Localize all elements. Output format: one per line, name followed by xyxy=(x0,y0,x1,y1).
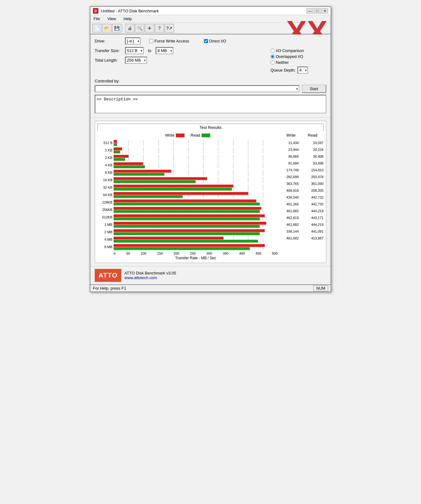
x-axis-tick: 250 xyxy=(190,252,196,255)
bar-label: 1 KB xyxy=(98,148,112,152)
bar-label: 2 KB xyxy=(98,156,112,160)
queue-depth-row: Queue Depth: 4 xyxy=(271,67,326,74)
write-value: 462,819 xyxy=(280,216,299,220)
read-bar xyxy=(114,165,145,168)
x-axis: 050100150200250300350400450500 xyxy=(98,252,278,255)
whats-this-button[interactable]: ?↗ xyxy=(165,24,174,33)
data-table-row: 461,682444,219 xyxy=(280,221,323,228)
branding-title: ATTO Disk Benchmark v3.05 xyxy=(124,271,176,275)
transfer-size-label: Transfer Size: xyxy=(95,48,123,53)
write-value: 336,144 xyxy=(280,230,299,233)
data-table-row: 23,94420,224 xyxy=(280,146,323,153)
queue-depth-label: Queue Depth: xyxy=(271,68,296,72)
write-bar xyxy=(114,229,265,232)
direct-io-label[interactable]: Direct I/O xyxy=(204,39,226,43)
data-table-row: 91,68493,499 xyxy=(280,160,323,167)
data-table-row: 282,699250,478 xyxy=(280,173,323,180)
x-axis-tick: 50 xyxy=(126,252,130,255)
transfer-from-select[interactable]: 512 B xyxy=(125,47,144,54)
bar-label: 8 KB xyxy=(98,171,112,174)
neither-radio[interactable] xyxy=(271,60,275,64)
data-table-row: 461,682444,219 xyxy=(280,208,323,214)
menu-view[interactable]: View xyxy=(106,16,117,22)
x-axis-tick: 400 xyxy=(239,252,245,255)
queue-depth-select[interactable]: 4 xyxy=(297,67,308,74)
status-bar: For Help, press F1 NUM xyxy=(90,284,331,291)
help-button[interactable]: ? xyxy=(155,24,164,33)
minimize-button[interactable]: — xyxy=(306,8,313,14)
io-comparison-label[interactable]: I/O Comparison xyxy=(271,48,326,53)
bar-row: 512 B xyxy=(98,139,278,146)
main-window: XX D Untitled - ATTO Disk Benchmark — □ … xyxy=(90,6,331,292)
force-write-checkbox[interactable] xyxy=(149,39,153,43)
controlled-by-row: Start xyxy=(95,85,326,93)
write-value: 436,540 xyxy=(280,195,299,199)
data-table-row: 436,540442,732 xyxy=(280,194,323,201)
write-value: 461,682 xyxy=(280,223,299,226)
menu-file[interactable]: File xyxy=(92,16,101,22)
bar-group xyxy=(114,237,278,243)
write-value: 23,944 xyxy=(280,148,299,151)
read-value: 443,171 xyxy=(305,216,323,220)
chart-container: Write Read 512 B1 KB2 KB4 KB8 KB16 KB32 … xyxy=(98,133,323,260)
save-button[interactable]: 💾 xyxy=(112,24,121,33)
bar-row: 1 MB xyxy=(98,221,278,228)
controlled-by-select[interactable] xyxy=(95,85,299,92)
read-value: 10,597 xyxy=(305,141,323,145)
read-bar xyxy=(114,188,232,191)
read-value: 36,408 xyxy=(305,155,323,158)
queue-depth-wrapper: 4 xyxy=(297,67,308,74)
bar-label: 128KB xyxy=(98,200,112,204)
bar-row: 8 KB xyxy=(98,169,278,176)
overlapped-io-label[interactable]: Overlapped I/O xyxy=(271,54,326,59)
neither-label[interactable]: Neither xyxy=(271,60,326,65)
branding-info: ATTO Disk Benchmark v3.05 www.attotech.c… xyxy=(124,271,176,280)
preview-button[interactable]: 🔍 xyxy=(135,24,144,33)
branding-url[interactable]: www.attotech.com xyxy=(124,275,176,280)
write-value: 451,266 xyxy=(280,202,299,206)
maximize-button[interactable]: □ xyxy=(314,8,321,14)
controlled-by-section: Controlled by: Start << Description >> xyxy=(90,77,331,118)
start-button[interactable]: Start xyxy=(302,85,326,93)
open-button[interactable]: 📂 xyxy=(102,24,111,33)
x-axis-tick: 350 xyxy=(223,252,228,255)
write-bar xyxy=(114,170,171,173)
transfer-to-select[interactable]: 8 MB xyxy=(156,47,173,54)
total-length-select[interactable]: 256 MB xyxy=(125,57,147,64)
read-bar xyxy=(114,240,258,243)
move-button[interactable]: ✛ xyxy=(145,24,154,33)
menu-bar: File View Help xyxy=(90,15,331,23)
read-legend-label: Read xyxy=(191,133,200,138)
read-bar xyxy=(114,203,260,205)
write-bar xyxy=(114,140,117,143)
drive-select[interactable]: [-d-] xyxy=(125,37,141,45)
write-bar xyxy=(114,155,128,158)
bar-row: 8 MB xyxy=(98,243,278,250)
data-table-row: 462,819443,171 xyxy=(280,214,323,221)
bar-group xyxy=(114,162,278,168)
title-controls: — □ ✕ xyxy=(306,8,328,14)
controls-area: Drive: [-d-] Force Write Access Direct I… xyxy=(90,34,331,77)
read-bar xyxy=(114,247,250,250)
menu-help[interactable]: Help xyxy=(122,16,133,22)
close-button[interactable]: ✕ xyxy=(321,8,328,14)
read-value: 250,478 xyxy=(305,175,323,179)
chart-legend: Write Read xyxy=(98,133,278,138)
read-bar xyxy=(114,217,260,220)
write-value: 174,740 xyxy=(280,168,299,172)
overlapped-io-radio[interactable] xyxy=(271,55,275,59)
read-value: 413,887 xyxy=(305,236,323,240)
bar-group xyxy=(114,192,278,198)
bar-row: 512KB xyxy=(98,214,278,221)
print-button[interactable]: 🖨 xyxy=(125,24,134,33)
direct-io-checkbox[interactable] xyxy=(204,39,208,43)
io-comparison-radio[interactable] xyxy=(271,49,275,53)
description-box[interactable]: << Description >> xyxy=(95,95,326,113)
write-value: 461,682 xyxy=(280,236,299,240)
data-table-row: 46,86936,408 xyxy=(280,153,323,160)
read-value: 442,732 xyxy=(305,202,323,206)
new-button[interactable]: 📄 xyxy=(92,24,102,33)
force-write-label[interactable]: Force Write Access xyxy=(149,39,189,43)
status-help-text: For Help, press F1 xyxy=(93,286,126,291)
data-table-row: 461,682413,887 xyxy=(280,235,323,242)
